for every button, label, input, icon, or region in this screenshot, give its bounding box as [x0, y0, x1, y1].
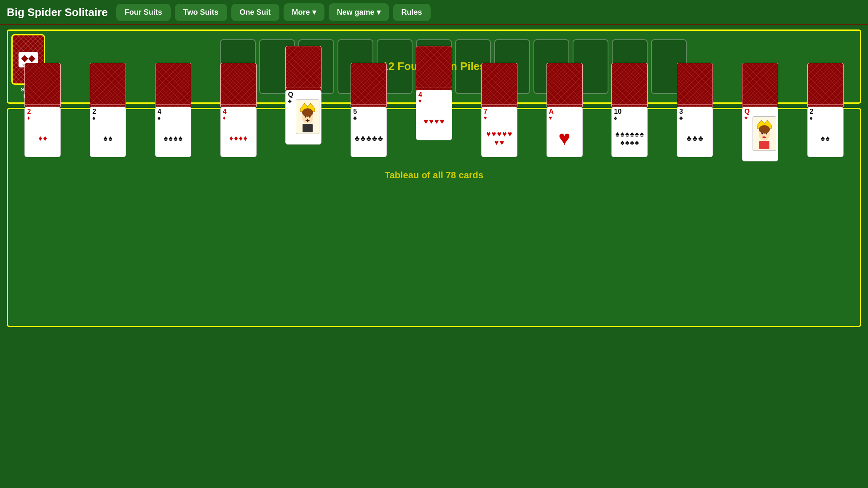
card-back-col8-3[interactable] [547, 63, 583, 105]
svg-point-12 [761, 133, 763, 134]
card-face-col8[interactable]: A♥♥ [547, 107, 583, 157]
tableau-col-9: 10♠♠♠♠♠♠♠♠♠♠♠ [598, 113, 661, 161]
svg-text:♣: ♣ [306, 118, 309, 123]
rules-button[interactable]: Rules [393, 4, 431, 21]
card-back-col1-3[interactable] [90, 63, 126, 105]
four-suits-button[interactable]: Four Suits [116, 4, 171, 21]
tableau-col-4: Q♣ ♣ [272, 113, 335, 161]
svg-text:♥: ♥ [763, 135, 766, 139]
card-face-col7[interactable]: 7♥♥♥♥♥♥♥♥ [481, 107, 517, 157]
svg-rect-6 [303, 124, 313, 132]
card-center-col5: ♣♣♣♣♣ [353, 121, 384, 156]
tableau-col-2: 4♠♠♠♠♠ [142, 113, 205, 161]
card-center-col2: ♠♠♠♠ [158, 121, 189, 156]
new-game-button[interactable]: New game ▾ [329, 3, 389, 21]
card-back-col11-3[interactable] [742, 63, 778, 105]
card-back-col9-3[interactable] [611, 63, 648, 105]
card-center-col7: ♥♥♥♥♥♥♥ [484, 121, 515, 156]
card-center-col8: ♥ [549, 121, 580, 156]
card-center-col1: ♠♠ [92, 121, 123, 156]
tableau-columns: 2♦♦♦2♠♠♠4♠♠♠♠♠4♦♦♦♦♦Q♣ ♣ 5♣♣♣♣♣♣4♥♥♥♥♥7♥… [11, 113, 857, 161]
header: Big Spider Solitaire Four Suits Two Suit… [0, 0, 868, 25]
card-back-col10-3[interactable] [677, 63, 713, 105]
card-back-col7-3[interactable] [481, 63, 517, 105]
card-face-col4[interactable]: Q♣ ♣ [285, 90, 321, 145]
tableau-col-7: 7♥♥♥♥♥♥♥♥ [468, 113, 530, 161]
card-center-col10: ♣♣♣ [679, 121, 710, 156]
tableau-col-5: 5♣♣♣♣♣♣ [338, 113, 400, 161]
queen-face-col4: ♣ [296, 99, 319, 134]
card-face-col10[interactable]: 3♣♣♣♣ [677, 107, 713, 157]
card-back-col2-3[interactable] [155, 63, 191, 105]
card-face-col2[interactable]: 4♠♠♠♠♠ [155, 107, 191, 157]
svg-point-5 [309, 116, 311, 118]
card-face-col12[interactable]: 2♠♠♠ [807, 107, 844, 157]
queen-face-col11: ♥ [753, 116, 776, 151]
tableau-col-10: 3♣♣♣♣ [664, 113, 726, 161]
card-center-col0: ♦♦ [27, 121, 58, 156]
svg-point-11 [759, 125, 770, 134]
tableau-col-8: A♥♥ [533, 113, 596, 161]
tableau-col-11: Q♥ ♥ [729, 113, 791, 161]
card-center-col3: ♦♦♦♦ [223, 121, 254, 156]
card-back-col4-4[interactable] [285, 46, 321, 88]
card-face-col1[interactable]: 2♠♠♠ [90, 107, 126, 157]
card-back-col12-3[interactable] [807, 63, 844, 105]
card-face-col0[interactable]: 2♦♦♦ [24, 107, 61, 157]
tableau-col-3: 4♦♦♦♦♦ [207, 113, 270, 161]
app-title: Big Spider Solitaire [7, 6, 108, 19]
card-back-col6-4[interactable] [416, 46, 452, 88]
svg-point-3 [302, 108, 313, 117]
card-center-col6: ♥♥♥♥ [418, 104, 450, 139]
card-face-col9[interactable]: 10♠♠♠♠♠♠♠♠♠♠♠ [611, 107, 648, 157]
card-center-col9: ♠♠♠♠♠♠♠♠♠♠ [614, 121, 645, 156]
svg-point-4 [305, 116, 306, 118]
tableau-col-12: 2♠♠♠ [794, 113, 857, 161]
svg-point-13 [766, 133, 767, 134]
tableau-col-0: 2♦♦♦ [11, 113, 74, 161]
tableau-label: Tableau of all 78 cards [11, 170, 857, 181]
tableau-col-1: 2♠♠♠ [77, 113, 139, 161]
game-area: ◆◆ solitaired StockPile 12 Foundation Pi… [0, 25, 868, 331]
one-suit-button[interactable]: One Suit [231, 4, 279, 21]
card-back-col5-3[interactable] [351, 63, 387, 105]
tableau-col-6: 4♥♥♥♥♥ [403, 113, 466, 161]
card-face-col11[interactable]: Q♥ ♥ [742, 107, 778, 161]
card-back-col3-3[interactable] [220, 63, 257, 105]
card-back-col0-3[interactable] [24, 63, 61, 105]
card-face-col5[interactable]: 5♣♣♣♣♣♣ [351, 107, 387, 157]
card-face-col6[interactable]: 4♥♥♥♥♥ [416, 90, 452, 140]
card-face-col3[interactable]: 4♦♦♦♦♦ [220, 107, 257, 157]
two-suits-button[interactable]: Two Suits [175, 4, 227, 21]
more-button[interactable]: More ▾ [284, 3, 324, 21]
card-center-col12: ♠♠ [810, 121, 841, 156]
tableau-area: 2♦♦♦2♠♠♠4♠♠♠♠♠4♦♦♦♦♦Q♣ ♣ 5♣♣♣♣♣♣4♥♥♥♥♥7♥… [7, 108, 861, 327]
svg-rect-14 [759, 141, 769, 149]
